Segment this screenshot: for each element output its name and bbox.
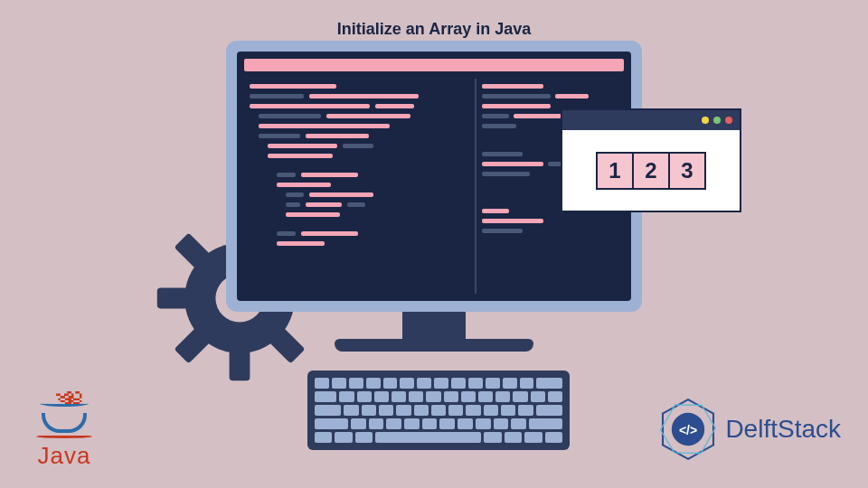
array-window: 1 2 3 xyxy=(561,108,741,212)
code-pane-left xyxy=(244,79,473,294)
keyboard xyxy=(307,371,570,450)
array-cell: 2 xyxy=(632,152,670,190)
window-maximize-icon xyxy=(713,117,721,124)
java-logo-text: Java xyxy=(36,442,92,470)
java-logo: ༄༄ Java xyxy=(36,393,92,470)
svg-rect-3 xyxy=(157,288,188,309)
array-cell: 3 xyxy=(668,152,706,190)
svg-rect-2 xyxy=(230,350,250,380)
delftstack-badge-icon: </> xyxy=(656,398,720,461)
window-close-icon xyxy=(725,117,732,124)
page-title: Initialize an Array in Java xyxy=(337,20,531,39)
window-minimize-icon xyxy=(702,117,709,124)
delftstack-logo-text: DelftStack xyxy=(725,415,841,444)
delftstack-logo: </> DelftStack xyxy=(656,398,841,461)
java-cup-icon xyxy=(42,413,87,433)
window-titlebar xyxy=(562,110,740,130)
array-cells: 1 2 3 xyxy=(562,130,740,211)
array-cell: 1 xyxy=(596,152,634,190)
svg-text:</>: </> xyxy=(679,423,697,437)
